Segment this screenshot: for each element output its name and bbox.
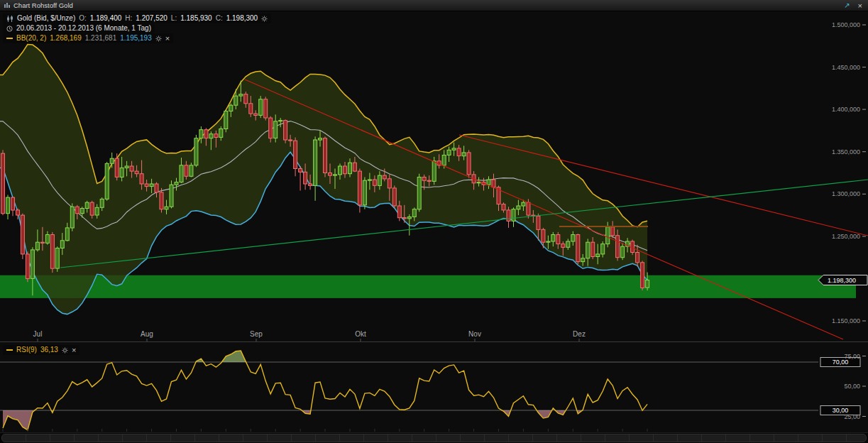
candle-body	[492, 180, 495, 187]
candle-body	[324, 138, 327, 173]
x-axis-label: Aug	[141, 330, 153, 338]
candle-body	[26, 254, 29, 279]
candle-body	[601, 244, 605, 254]
candle-body	[170, 185, 173, 207]
candle-body	[576, 235, 580, 262]
candle-body	[95, 207, 99, 215]
time-axis[interactable]: JulAugSepOktNovDez	[33, 330, 586, 341]
candle-body	[229, 105, 233, 111]
candle-body	[616, 236, 620, 258]
candle-body	[462, 153, 466, 156]
candle-body	[31, 250, 34, 279]
x-axis-label: Dez	[573, 330, 586, 338]
x-axis-label: Nov	[468, 330, 481, 338]
titlebar[interactable]: Chart Rohstoff Gold ↗ ×	[0, 0, 868, 11]
rsi-axis-label: 50,00	[844, 383, 860, 390]
bb-name: BB(20, 2)	[16, 34, 46, 43]
candle-body	[90, 202, 94, 215]
candle-body	[299, 169, 302, 173]
candle-body	[194, 138, 198, 165]
candle-body	[274, 121, 278, 138]
candle-body	[85, 202, 89, 208]
support-zone[interactable]	[0, 275, 856, 298]
instrument-name: Gold (Bid, $/Unze)	[17, 14, 75, 23]
scrollbar-handle[interactable]	[1, 434, 867, 442]
window-chart-icon	[4, 2, 10, 9]
price-tag-value: 1.198,300	[828, 277, 856, 284]
close-value: 1.198,300	[226, 14, 258, 23]
candle-body	[80, 209, 84, 214]
open-value: 1.189,400	[90, 14, 122, 23]
candle-body	[432, 161, 436, 182]
candle-body	[373, 180, 376, 185]
chart-canvas[interactable]: 1.500,0001.450,0001.400,0001.350,0001.30…	[0, 0, 868, 443]
candle-body	[11, 197, 15, 210]
candle-body	[556, 235, 560, 244]
candle-body	[641, 263, 644, 288]
bb-legend[interactable]: BB(20, 2) 1.268,169 1.231,681 1.195,193 …	[3, 33, 173, 43]
candle-body	[289, 140, 292, 141]
candle-body	[155, 184, 158, 192]
candle-body	[407, 217, 411, 219]
y-axis-label: 1.150,000	[832, 317, 860, 324]
candle-body	[209, 134, 213, 138]
x-axis-label: Jul	[33, 330, 43, 338]
rsi-line	[3, 351, 647, 430]
candle-body	[388, 179, 391, 188]
popout-icon[interactable]: ↗	[842, 1, 852, 10]
gear-icon[interactable]	[62, 347, 68, 354]
candle-body	[50, 235, 54, 269]
candle-body	[165, 207, 168, 209]
remove-indicator-icon[interactable]: ×	[165, 35, 170, 42]
candle-body	[339, 166, 342, 175]
period-legend[interactable]: 20.06.2013 - 20.12.2013 (6 Monate, 1 Tag…	[3, 23, 155, 33]
candle-body	[507, 210, 510, 222]
candle-body	[204, 130, 208, 138]
candle-body	[383, 175, 386, 179]
candle-body	[368, 180, 371, 180]
time-scrollbar[interactable]	[0, 432, 868, 443]
candle-body	[140, 174, 143, 184]
candle-body	[422, 177, 426, 181]
candle-body	[244, 94, 248, 104]
candle-body	[447, 150, 451, 155]
close-icon[interactable]: ×	[856, 1, 864, 10]
candle-body	[353, 163, 356, 171]
candle-body	[279, 121, 282, 121]
candle-body	[551, 235, 555, 242]
candle-body	[70, 207, 74, 228]
candle-body	[527, 202, 530, 215]
candle-body	[219, 129, 223, 138]
candle-body	[329, 173, 332, 176]
rsi-swatch	[6, 349, 13, 351]
remove-indicator-icon[interactable]: ×	[72, 346, 76, 354]
candle-body	[546, 241, 550, 242]
rsi-axis-label: 75,00	[844, 353, 860, 360]
rsi-value: 36,13	[40, 346, 58, 354]
candle-body	[175, 182, 178, 185]
candle-body	[269, 118, 273, 138]
candle-body	[571, 235, 575, 242]
candle-body	[160, 192, 163, 209]
candle-body	[319, 138, 322, 140]
downtrend-line-1[interactable]	[245, 80, 843, 339]
candle-body	[309, 184, 312, 185]
candle-body	[105, 163, 109, 199]
candle-body	[150, 184, 153, 187]
rsi-legend[interactable]: RSI(9) 36,13 ×	[3, 345, 79, 355]
instrument-legend[interactable]: Gold (Bid, $/Unze) O: 1.189,400 H: 1.207…	[3, 13, 271, 23]
candle-body	[254, 114, 258, 115]
candle-body	[21, 215, 24, 254]
gear-icon[interactable]	[155, 35, 162, 42]
candle-body	[115, 158, 119, 177]
candle-body	[224, 111, 228, 129]
candle-body	[561, 244, 565, 248]
candle-body	[358, 171, 361, 205]
low-label: L:	[171, 14, 177, 23]
candle-body	[314, 140, 317, 185]
bb-lower-value: 1.195,193	[120, 34, 152, 43]
gear-icon[interactable]	[261, 16, 268, 22]
candle-body	[110, 158, 114, 163]
y-axis-label: 1.500,000	[832, 21, 860, 28]
window-title: Chart Rohstoff Gold	[13, 1, 73, 9]
